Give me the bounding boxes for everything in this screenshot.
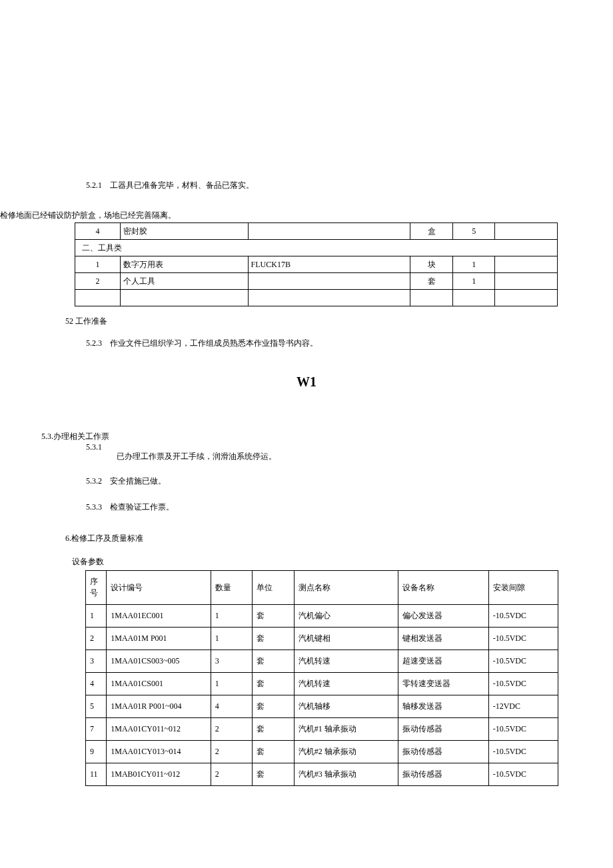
header-design: 设计编号 (107, 571, 211, 605)
cell: 2 (75, 273, 121, 290)
table-row: 11MAA01EC0011套汽机偏心偏心发送器-10.5VDC (86, 605, 558, 628)
cell: 振动传感器 (398, 718, 489, 741)
cell: 1 (453, 273, 495, 290)
tools-table: 4 密封胶 盒 5 二、工具类 1 数字万用表 FLUCK17B 块 1 2 个… (75, 222, 558, 306)
cell: 3 (211, 650, 253, 673)
cell: 1 (86, 605, 107, 628)
table-row: 1 数字万用表 FLUCK17B 块 1 (75, 256, 558, 273)
cell: 1MAB01CY011~012 (107, 763, 211, 786)
section-header: 二、工具类 (75, 240, 558, 256)
cell: 汽机键相 (294, 628, 398, 650)
cell: 1 (211, 605, 253, 628)
cell: 1MAA01CY013~014 (107, 741, 211, 763)
cell: 11 (86, 763, 107, 786)
cell: 1MAA01CS001 (107, 673, 211, 695)
cell (495, 256, 558, 273)
table-row: 21MAA01M P0011套汽机键相键相发送器-10.5VDC (86, 628, 558, 650)
cell (495, 273, 558, 290)
cell: 1MAA01R P001~004 (107, 695, 211, 718)
section-6-heading: 6.检修工序及质量标准 (0, 533, 613, 544)
header-seq: 序号 (86, 571, 107, 605)
table-row: 31MAA01CS003~0053套汽机转速超速变送器-10.5VDC (86, 650, 558, 673)
cell: 1MAA01CY011~012 (107, 718, 211, 741)
cell: 盒 (410, 223, 453, 240)
cell (248, 273, 410, 290)
cell: 2 (211, 741, 253, 763)
cell: 4 (211, 695, 253, 718)
cell: 振动传感器 (398, 741, 489, 763)
cell: 1 (75, 256, 121, 273)
table-row: 41MAA01CS0011套汽机转速零转速变送器-10.5VDC (86, 673, 558, 695)
cell: 9 (86, 741, 107, 763)
cell: 汽机#2 轴承振动 (294, 741, 398, 763)
cell: 4 (75, 223, 121, 240)
cell: 套 (410, 273, 453, 290)
cell: 套 (253, 718, 295, 741)
heading-w1: W1 (0, 374, 613, 390)
table-header-row: 序号 设计编号 数量 单位 测点名称 设备名称 安装间隙 (86, 571, 558, 605)
params-heading: 设备参数 (0, 556, 613, 568)
cell (248, 223, 410, 240)
header-device: 设备名称 (398, 571, 489, 605)
cell: 数字万用表 (120, 256, 248, 273)
cell (75, 290, 121, 306)
line-52: 52 工作准备 (0, 316, 613, 327)
cell: 2 (211, 718, 253, 741)
cell: 1 (211, 628, 253, 650)
cell: 1MAA01EC001 (107, 605, 211, 628)
header-point: 测点名称 (294, 571, 398, 605)
cell (453, 290, 495, 306)
cell: 4 (86, 673, 107, 695)
cell: 轴移发送器 (398, 695, 489, 718)
cell: 块 (410, 256, 453, 273)
cell: 1 (453, 256, 495, 273)
table-row: 111MAB01CY011~0122套汽机#3 轴承振动振动传感器-10.5VD… (86, 763, 558, 786)
header-gap: 安装间隙 (488, 571, 558, 605)
cell: 汽机轴移 (294, 695, 398, 718)
cell: -10.5VDC (488, 741, 558, 763)
line-5-3-3: 5.3.3 检查验证工作票。 (0, 502, 613, 513)
table-row: 2 个人工具 套 1 (75, 273, 558, 290)
cell: 振动传感器 (398, 763, 489, 786)
cell: 键相发送器 (398, 628, 489, 650)
cell: 套 (253, 695, 295, 718)
table-row: 4 密封胶 盒 5 (75, 223, 558, 240)
cell: 偏心发送器 (398, 605, 489, 628)
section-row: 二、工具类 (75, 240, 558, 256)
cell: 5 (453, 223, 495, 240)
line-5-2-1: 5.2.1 工器具已准备完毕，材料、备品已落实。 (0, 180, 613, 191)
cell (120, 290, 248, 306)
cell: 汽机#3 轴承振动 (294, 763, 398, 786)
cell: 套 (253, 628, 295, 650)
cell: 个人工具 (120, 273, 248, 290)
cell: -10.5VDC (488, 673, 558, 695)
cell: 密封胶 (120, 223, 248, 240)
cell: 套 (253, 763, 295, 786)
cell: 2 (211, 763, 253, 786)
cell (495, 290, 558, 306)
table-row: 71MAA01CY011~0122套汽机#1 轴承振动振动传感器-10.5VDC (86, 718, 558, 741)
cell: 2 (86, 628, 107, 650)
cell: 汽机偏心 (294, 605, 398, 628)
cell: -10.5VDC (488, 605, 558, 628)
cell (248, 290, 410, 306)
cell: 1MAA01CS003~005 (107, 650, 211, 673)
cell: -10.5VDC (488, 628, 558, 650)
cell: 套 (253, 673, 295, 695)
cell: -10.5VDC (488, 650, 558, 673)
cell (410, 290, 453, 306)
cell: -12VDC (488, 695, 558, 718)
cell: 5 (86, 695, 107, 718)
line-5-3: 5.3.办理相关工作票 (0, 431, 613, 442)
line-5-3-1b: 已办理工作票及开工手续，润滑油系统停运。 (0, 451, 613, 462)
cell: -10.5VDC (488, 718, 558, 741)
cell: 7 (86, 718, 107, 741)
table-row: 91MAA01CY013~0142套汽机#2 轴承振动振动传感器-10.5VDC (86, 741, 558, 763)
cell: 零转速变送器 (398, 673, 489, 695)
table-row: 51MAA01R P001~0044套汽机轴移轴移发送器-12VDC (86, 695, 558, 718)
line-5-2-3: 5.2.3 作业文件已组织学习，工作组成员熟悉本作业指导书内容。 (0, 338, 613, 349)
header-qty: 数量 (211, 571, 253, 605)
cell: 汽机#1 轴承振动 (294, 718, 398, 741)
line-5-3-2: 5.3.2 安全措施已做。 (0, 476, 613, 487)
cell: 汽机转速 (294, 673, 398, 695)
